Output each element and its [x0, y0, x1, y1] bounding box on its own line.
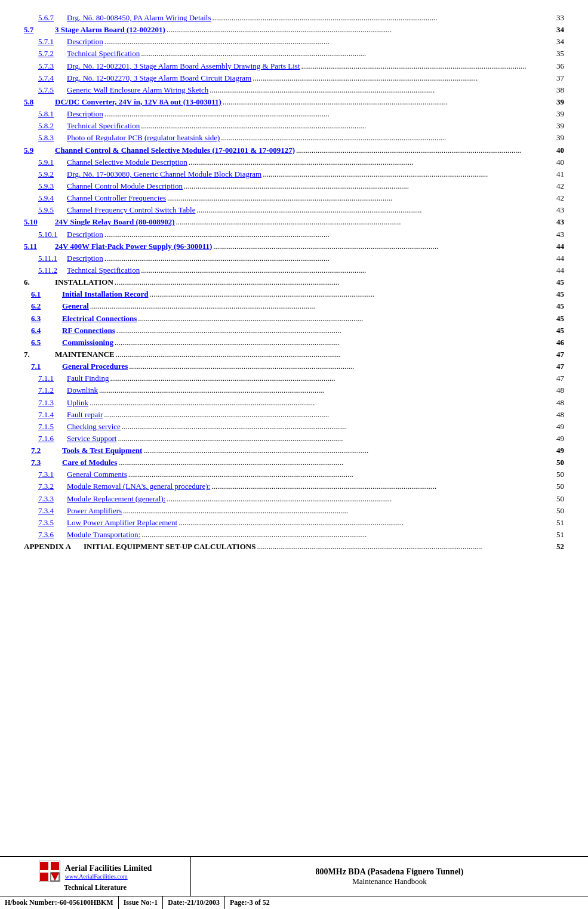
toc-row-5.8.2[interactable]: 5.8.2Technical Specification ...........…	[24, 120, 564, 132]
toc-page-5.7.4: 37	[547, 72, 564, 84]
toc-row-7.1[interactable]: 7.1General Procedures ..................…	[24, 360, 564, 372]
toc-row-5.7.3[interactable]: 5.7.3Drg. Nō. 12-002201, 3 Stage Alarm B…	[24, 60, 564, 72]
footer-page: Page:-3 of 52	[225, 896, 275, 909]
toc-num-7: 7.	[24, 349, 55, 360]
toc-row-5.9.5[interactable]: 5.9.5Channel Frequency Control Switch Ta…	[24, 204, 564, 216]
toc-page-7.1.5: 49	[547, 421, 564, 433]
toc-dots-6.3: ........................................…	[137, 313, 547, 325]
toc-row-5.7[interactable]: 5.73 Stage Alarm Board (12-002201) .....…	[24, 24, 564, 36]
toc-dots-7.3.1: ........................................…	[127, 469, 547, 480]
company-website[interactable]: www.AerialFacilities.com	[65, 873, 152, 880]
toc-page-7.1.6: 49	[547, 433, 564, 445]
toc-title-7.1.1: Fault Finding	[67, 372, 109, 384]
toc-num-5.7.5: 5.7.5	[24, 84, 67, 96]
toc-row-6.5[interactable]: 6.5Commissioning .......................…	[24, 337, 564, 349]
toc-row-5.11.2[interactable]: 5.11.2Technical Specification ..........…	[24, 264, 564, 276]
toc-dots-7.2: ........................................…	[142, 445, 547, 457]
toc-title-5.10.1: Description	[67, 229, 103, 241]
toc-num-5.9.2: 5.9.2	[24, 168, 67, 180]
toc-row-7[interactable]: 7.MAINTENANCE ..........................…	[24, 349, 564, 360]
toc-row-7.3.6[interactable]: 7.3.6Module Transportation: ............…	[24, 529, 564, 541]
toc-page-5.11: 44	[547, 241, 564, 252]
toc-row-5.9[interactable]: 5.9Channel Control & Channel Selective M…	[24, 144, 564, 156]
toc-title-7: MAINTENANCE	[55, 349, 115, 360]
toc-dots-7.1.4: ........................................…	[103, 409, 547, 421]
toc-row-5.11.1[interactable]: 5.11.1Description ......................…	[24, 252, 564, 264]
toc-row-5.7.4[interactable]: 5.7.4Drg. Nō. 12-002270, 3 Stage Alarm B…	[24, 72, 564, 84]
toc-num-5.11.2: 5.11.2	[24, 264, 67, 276]
toc-row-7.1.4[interactable]: 7.1.4Fault repair ......................…	[24, 409, 564, 421]
toc-page-5.11.2: 44	[547, 264, 564, 276]
toc-row-6.1[interactable]: 6.1Initial Installation Record .........…	[24, 288, 564, 300]
toc-row-5.8.1[interactable]: 5.8.1Description .......................…	[24, 108, 564, 120]
toc-content: 5.6.7Drg. Nō. 80-008450, PA Alarm Wiring…	[0, 0, 588, 553]
date-label: Date:	[168, 898, 184, 907]
toc-row-5.7.2[interactable]: 5.7.2Technical Specification ...........…	[24, 48, 564, 60]
toc-page-5.8.2: 39	[547, 120, 564, 132]
toc-row-5.11[interactable]: 5.1124V 400W Flat-Pack Power Supply (96-…	[24, 241, 564, 252]
toc-row-6.2[interactable]: 6.2General .............................…	[24, 300, 564, 312]
toc-row-5.8.3[interactable]: 5.8.3Photo of Regulator PCB (regulator h…	[24, 132, 564, 144]
toc-row-5.8[interactable]: 5.8DC/DC Converter, 24V in, 12V 8A out (…	[24, 96, 564, 108]
toc-num-6: 6.	[24, 276, 55, 288]
footer-product-section: 800MHz BDA (Pasadena Figuero Tunnel) Mai…	[191, 857, 588, 896]
toc-title-5.7: 3 Stage Alarm Board (12-002201)	[55, 24, 165, 36]
toc-row-5.7.5[interactable]: 5.7.5Generic Wall Enclosure Alarm Wiring…	[24, 84, 564, 96]
toc-page-6.4: 45	[547, 325, 564, 337]
page-label: Page:	[230, 898, 247, 907]
toc-dots-5.9: ........................................…	[295, 144, 547, 156]
toc-row-6[interactable]: 6.INSTALLATION .........................…	[24, 276, 564, 288]
toc-row-7.3.1[interactable]: 7.3.1General Comments ..................…	[24, 469, 564, 480]
toc-dots-7.3.2: ........................................…	[210, 480, 547, 492]
toc-title-6.3: Electrical Connections	[62, 313, 137, 325]
toc-row-7.3[interactable]: 7.3Care of Modules .....................…	[24, 457, 564, 469]
toc-row-7.1.1[interactable]: 7.1.1Fault Finding .....................…	[24, 372, 564, 384]
toc-row-5.7.1[interactable]: 5.7.1Description .......................…	[24, 36, 564, 48]
toc-row-APPENDIX[interactable]: APPENDIX AINITIAL EQUIPMENT SET-UP CALCU…	[24, 541, 564, 553]
toc-page-7.3.5: 51	[547, 517, 564, 529]
toc-row-7.1.6[interactable]: 7.1.6Service Support ...................…	[24, 433, 564, 445]
toc-row-7.1.3[interactable]: 7.1.3Uplink ............................…	[24, 397, 564, 409]
toc-row-5.10.1[interactable]: 5.10.1Description ......................…	[24, 229, 564, 241]
toc-title-5.7.2: Technical Specification	[67, 48, 140, 60]
toc-dots-5.7.4: ........................................…	[251, 72, 547, 84]
toc-title-APPENDIX: INITIAL EQUIPMENT SET-UP CALCULATIONS	[84, 541, 255, 553]
toc-page-7: 47	[547, 349, 564, 360]
toc-num-5.10: 5.10	[24, 216, 55, 228]
toc-title-7.3.4: Power Amplifiers	[67, 505, 122, 517]
toc-title-5.7.1: Description	[67, 36, 103, 48]
toc-row-7.1.2[interactable]: 7.1.2Downlink ..........................…	[24, 384, 564, 396]
toc-title-5.9.5: Channel Frequency Control Switch Table	[67, 204, 195, 216]
toc-row-6.3[interactable]: 6.3Electrical Connections ..............…	[24, 313, 564, 325]
toc-row-5.10[interactable]: 5.1024V Single Relay Board (80-008902) .…	[24, 216, 564, 228]
toc-title-5.7.3: Drg. Nō. 12-002201, 3 Stage Alarm Board …	[67, 60, 300, 72]
toc-title-5.11: 24V 400W Flat-Pack Power Supply (96-3000…	[55, 241, 212, 252]
toc-dots-7: ........................................…	[115, 349, 547, 360]
toc-page-7.3.1: 50	[547, 469, 564, 480]
toc-dots-5.10: ........................................…	[175, 216, 547, 228]
toc-row-5.6.7[interactable]: 5.6.7Drg. Nō. 80-008450, PA Alarm Wiring…	[24, 12, 564, 24]
toc-row-7.3.3[interactable]: 7.3.3Module Replacement (general): .....…	[24, 493, 564, 505]
toc-row-7.3.2[interactable]: 7.3.2Module Removal (LNA's, general proc…	[24, 480, 564, 492]
toc-row-5.9.1[interactable]: 5.9.1Channel Selective Module Descriptio…	[24, 156, 564, 168]
toc-page-APPENDIX: 52	[547, 541, 564, 553]
toc-dots-7.3.6: ........................................…	[140, 529, 547, 541]
toc-row-5.9.3[interactable]: 5.9.3Channel Control Module Description …	[24, 180, 564, 192]
toc-row-7.3.4[interactable]: 7.3.4Power Amplifiers ..................…	[24, 505, 564, 517]
issue-value: -1	[152, 898, 158, 907]
toc-row-6.4[interactable]: 6.4RF Connections ......................…	[24, 325, 564, 337]
toc-page-5.7.1: 34	[547, 36, 564, 48]
toc-row-7.1.5[interactable]: 7.1.5Checking service ..................…	[24, 421, 564, 433]
toc-row-7.3.5[interactable]: 7.3.5Low Power Amplifier Replacement ...…	[24, 517, 564, 529]
toc-num-5.11: 5.11	[24, 241, 55, 252]
footer-product-subtitle: Maintenance Handbook	[352, 877, 427, 886]
toc-row-7.2[interactable]: 7.2Tools & Test Equipment ..............…	[24, 445, 564, 457]
toc-num-5.8.2: 5.8.2	[24, 120, 67, 132]
toc-row-5.9.4[interactable]: 5.9.4Channel Controller Frequencies ....…	[24, 192, 564, 204]
toc-num-5.9.3: 5.9.3	[24, 180, 67, 192]
company-name: Aerial Facilities Limited	[65, 864, 152, 873]
toc-page-5.7.3: 36	[547, 60, 564, 72]
toc-row-5.9.2[interactable]: 5.9.2Drg. Nō. 17-003080, Generic Channel…	[24, 168, 564, 180]
footer-book-number: H/book Number:-60-056100HBKM	[0, 896, 119, 909]
toc-num-7.1.4: 7.1.4	[24, 409, 67, 421]
